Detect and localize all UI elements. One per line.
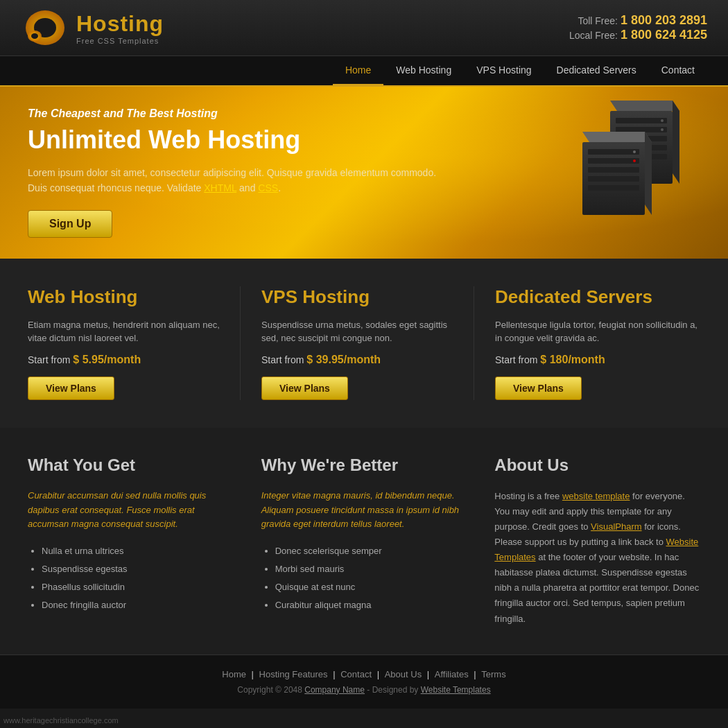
footer-separator: | — [377, 669, 382, 679]
local-free-label: Local Free: — [569, 30, 618, 41]
svg-rect-7 — [616, 118, 667, 123]
about-us-text: Hosting is a free website template for e… — [494, 489, 700, 627]
list-item: Phasellus sollicitudin — [42, 578, 234, 596]
view-plans-vps-hosting[interactable]: View Plans — [261, 376, 348, 400]
hero-desc-period: . — [278, 182, 281, 193]
local-free-number: 1 800 624 4125 — [621, 28, 707, 42]
footer-link-home[interactable]: Home — [222, 669, 246, 679]
list-item: Morbi sed mauris — [275, 560, 467, 578]
svg-point-23 — [633, 159, 636, 162]
service-web-hosting-desc: Etiam magna metus, hendrerit non aliquam… — [28, 318, 233, 345]
visual-pharm-link[interactable]: VisualPharm — [591, 521, 641, 532]
list-item: Suspendisse egestas — [42, 560, 234, 578]
nav-vps-hosting[interactable]: VPS Hosting — [464, 56, 544, 85]
list-item: Donec fringilla auctor — [42, 596, 234, 614]
services-section: Web Hosting Etiam magna metus, hendrerit… — [0, 259, 728, 428]
hero-content: The Cheapest and The Best Hosting Unlimi… — [28, 107, 444, 238]
service-dedicated-servers: Dedicated Servers Pellentesque ligula to… — [488, 286, 707, 400]
nav-dedicated-servers[interactable]: Dedicated Servers — [544, 56, 649, 85]
xhtml-link[interactable]: XHTML — [204, 182, 236, 193]
logo-icon — [21, 7, 69, 49]
svg-marker-4 — [610, 101, 679, 111]
service-dedicated-servers-price: $ 180/month — [540, 354, 605, 365]
price-prefix-3: Start from — [495, 354, 540, 365]
view-plans-dedicated-servers[interactable]: View Plans — [495, 376, 582, 400]
service-vps-hosting-price: $ 39.95/month — [306, 354, 381, 365]
footer-separator: | — [333, 669, 338, 679]
list-item: Quisque at est nunc — [275, 578, 467, 596]
footer-link-terms[interactable]: Terms — [481, 669, 505, 679]
nav-web-hosting[interactable]: Web Hosting — [383, 56, 464, 85]
header: Hosting Free CSS Templates Toll Free: 1 … — [0, 0, 728, 56]
toll-free-number: 1 800 203 2891 — [621, 13, 707, 27]
toll-free-label: Toll Free: — [578, 15, 618, 26]
logo-title: Hosting — [76, 11, 164, 37]
service-web-hosting: Web Hosting Etiam magna metus, hendrerit… — [21, 286, 241, 400]
designed-by: - Designed by — [365, 685, 421, 695]
svg-rect-18 — [588, 158, 639, 164]
logo-text-area: Hosting Free CSS Templates — [76, 11, 164, 45]
svg-point-12 — [661, 119, 664, 122]
service-vps-hosting-desc: Suspendisse urna metus, sodales eget sag… — [261, 318, 467, 345]
company-name-link[interactable]: Company Name — [304, 685, 365, 695]
what-you-get-list: Nulla et urna ultrices Suspendisse egest… — [28, 542, 234, 614]
logo-area: Hosting Free CSS Templates — [21, 7, 164, 49]
designer-link[interactable]: Website Templates — [421, 685, 491, 695]
footer-link-affiliates[interactable]: Affiliates — [435, 669, 469, 679]
nav-home[interactable]: Home — [333, 56, 383, 85]
why-better-text: Integer vitae magna mauris, id bibendum … — [261, 489, 467, 532]
footer: Home | Hosting Features | Contact | Abou… — [0, 655, 728, 709]
footer-links: Home | Hosting Features | Contact | Abou… — [14, 669, 714, 679]
hero-desc: Lorem ipsum dolor sit amet, consectetur … — [28, 165, 444, 196]
svg-point-13 — [661, 128, 664, 131]
why-better-col: Why We're Better Integer vitae magna mau… — [254, 456, 474, 627]
hero-desc-and: and — [236, 182, 258, 193]
svg-marker-5 — [673, 101, 679, 184]
footer-copyright: Copyright © 2048 Company Name - Designed… — [14, 685, 714, 695]
service-vps-hosting-title: VPS Hosting — [261, 286, 467, 308]
price-prefix-1: Start from — [28, 354, 73, 365]
service-web-hosting-price-line: Start from $ 5.95/month — [28, 354, 233, 366]
info-section: What You Get Curabitur accumsan dui sed … — [0, 428, 728, 655]
signup-button[interactable]: Sign Up — [28, 210, 112, 238]
main-nav: Home Web Hosting VPS Hosting Dedicated S… — [0, 56, 728, 87]
footer-separator: | — [252, 669, 257, 679]
list-item: Donec scelerisque semper — [275, 542, 467, 560]
svg-point-3 — [31, 33, 38, 39]
what-you-get-title: What You Get — [28, 456, 234, 475]
about-us-title: About Us — [494, 456, 700, 475]
svg-point-22 — [633, 150, 636, 153]
hero-title: Unlimited Web Hosting — [28, 125, 444, 155]
contact-info: Toll Free: 1 800 203 2891 Local Free: 1 … — [569, 13, 707, 42]
svg-marker-15 — [645, 132, 652, 215]
website-templates-link[interactable]: Website Templates — [494, 537, 698, 562]
hero-tagline: The Cheapest and The Best Hosting — [28, 107, 444, 120]
list-item: Curabitur aliquet magna — [275, 596, 467, 614]
service-web-hosting-price: $ 5.95/month — [73, 354, 141, 365]
logo-subtitle: Free CSS Templates — [76, 37, 164, 45]
css-link[interactable]: CSS — [258, 182, 278, 193]
svg-rect-21 — [588, 185, 639, 191]
what-you-get-col: What You Get Curabitur accumsan dui sed … — [21, 456, 241, 627]
svg-marker-14 — [582, 132, 652, 142]
service-web-hosting-title: Web Hosting — [28, 286, 233, 308]
footer-link-about-us[interactable]: About Us — [385, 669, 422, 679]
footer-link-contact[interactable]: Contact — [340, 669, 372, 679]
footer-link-hosting-features[interactable]: Hosting Features — [259, 669, 328, 679]
about-us-col: About Us Hosting is a free website templ… — [487, 456, 707, 627]
why-better-list: Donec scelerisque semper Morbi sed mauri… — [261, 542, 467, 614]
local-free: Local Free: 1 800 624 4125 — [569, 28, 707, 42]
nav-contact[interactable]: Contact — [649, 56, 707, 85]
price-prefix-2: Start from — [261, 354, 306, 365]
footer-separator: | — [474, 669, 478, 679]
service-dedicated-servers-desc: Pellentesque ligula tortor, feugiat non … — [495, 318, 700, 345]
svg-rect-20 — [588, 176, 639, 182]
website-template-link[interactable]: website template — [562, 491, 630, 501]
service-dedicated-servers-price-line: Start from $ 180/month — [495, 354, 700, 366]
copyright-prefix: Copyright © 2048 — [237, 685, 304, 695]
why-better-title: Why We're Better — [261, 456, 467, 475]
view-plans-web-hosting[interactable]: View Plans — [28, 376, 114, 400]
server-image — [562, 94, 700, 225]
hero-banner: The Cheapest and The Best Hosting Unlimi… — [0, 87, 728, 259]
service-vps-hosting-price-line: Start from $ 39.95/month — [261, 354, 467, 366]
